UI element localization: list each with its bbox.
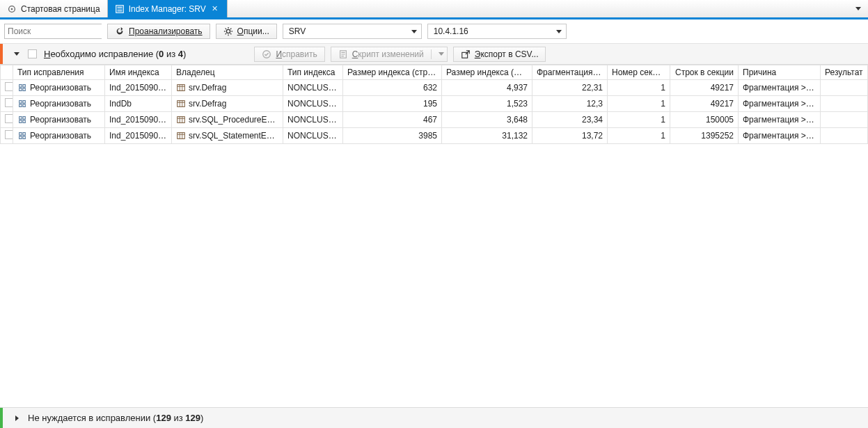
col-frag-pct[interactable]: Фрагментация (%) <box>532 65 608 80</box>
reorganize-icon <box>17 115 27 125</box>
index-manager-icon <box>115 4 125 14</box>
cell-section-no: 1 <box>608 96 670 112</box>
cell-reason: Фрагментация >= 10 <box>739 112 821 128</box>
expand-toggle[interactable] <box>13 414 21 422</box>
needs-fix-title: Необходимо исправление (0 из 4) <box>44 49 186 59</box>
cell-frag-pct: 22,31 <box>532 80 608 96</box>
panel-actions: Исправить Скрипт изменений Экспорт в CSV… <box>248 47 546 62</box>
analyze-button[interactable]: Проанализировать <box>107 24 210 39</box>
svg-rect-15 <box>177 85 185 91</box>
col-size-mb[interactable]: Размер индекса (Мб) <box>442 65 532 80</box>
grid-scroll[interactable]: Тип исправления Имя индекса Владелец Тип… <box>0 65 868 403</box>
cell-index-type: NONCLUSTERED <box>283 96 343 112</box>
server-selector[interactable]: SRV <box>283 24 422 39</box>
cell-result <box>821 80 868 96</box>
table-row[interactable]: Реорганизовать Ind_20150901_141923 srv.D… <box>1 80 868 96</box>
tab-overflow-menu[interactable] <box>849 0 868 17</box>
col-checkbox[interactable] <box>1 65 13 80</box>
search-box: ✕ <box>4 24 102 39</box>
table-icon <box>176 115 186 125</box>
refresh-icon <box>115 26 125 36</box>
chevron-down-icon <box>556 30 562 33</box>
options-button[interactable]: Опции... <box>216 24 277 39</box>
reorganize-icon <box>17 83 27 93</box>
ip-selector[interactable]: 10.4.1.16 <box>427 24 567 39</box>
row-checkbox[interactable] <box>5 98 13 107</box>
cell-size-mb: 31,132 <box>442 128 532 144</box>
tab-index-manager-label: Index Manager: SRV <box>129 4 206 14</box>
orange-gutter <box>0 44 3 64</box>
tab-start-label: Стартовая страница <box>21 4 100 14</box>
col-index-type[interactable]: Тип индекса <box>283 65 343 80</box>
tab-strip: Стартовая страница Index Manager: SRV ✕ <box>0 0 868 18</box>
server-value: SRV <box>289 26 306 36</box>
col-reason[interactable]: Причина <box>739 65 821 80</box>
svg-point-1 <box>11 8 13 10</box>
export-icon <box>461 49 471 59</box>
svg-rect-17 <box>177 117 185 123</box>
cell-frag-pct: 12,3 <box>532 96 608 112</box>
svg-line-8 <box>225 29 226 29</box>
analyze-label-u: Проанализировать <box>129 26 203 36</box>
chevron-down-icon[interactable] <box>439 52 444 56</box>
col-owner[interactable]: Владелец <box>172 65 283 80</box>
cell-result <box>821 96 868 112</box>
export-csv-button[interactable]: Экспорт в CSV... <box>453 47 546 62</box>
cell-fix-type: Реорганизовать <box>30 83 91 93</box>
col-section-no[interactable]: Номер секции <box>608 65 670 80</box>
cell-reason: Фрагментация >= 10 <box>739 96 821 112</box>
fix-button[interactable]: Исправить <box>254 47 324 62</box>
cell-fix-type: Реорганизовать <box>30 115 91 125</box>
chevron-right-icon <box>15 415 19 421</box>
col-fix-type[interactable]: Тип исправления <box>13 65 105 80</box>
tab-start-page[interactable]: Стартовая страница <box>0 0 108 17</box>
cell-size-pages: 467 <box>343 112 442 128</box>
table-row[interactable]: Реорганизовать Ind_20150901_144942 srv.S… <box>1 128 868 144</box>
svg-rect-16 <box>177 101 185 107</box>
cell-owner: srv.SQL_StatementExecStat <box>189 131 283 141</box>
tab-close-icon[interactable]: ✕ <box>210 4 220 14</box>
chevron-down-icon <box>411 30 417 33</box>
col-index-name[interactable]: Имя индекса <box>105 65 172 80</box>
fix-label-post: справить <box>282 49 317 59</box>
row-checkbox[interactable] <box>5 130 13 139</box>
chevron-down-icon <box>855 7 861 10</box>
ip-value: 10.4.1.16 <box>434 26 468 36</box>
cell-owner: srv.SQL_ProcedureExecStat <box>189 115 283 125</box>
toolbar: ✕ Проанализировать Опции... SRV 10.4.1.1… <box>0 18 868 44</box>
cell-frag-pct: 13,72 <box>532 128 608 144</box>
cell-rows-section: 49217 <box>670 80 739 96</box>
table-row[interactable]: Реорганизовать IndDb srv.Defrag NONCLUST… <box>1 96 868 112</box>
cell-fix-type: Реорганизовать <box>30 99 91 109</box>
cell-fix-type: Реорганизовать <box>30 131 91 141</box>
row-checkbox[interactable] <box>5 82 13 91</box>
svg-rect-18 <box>177 133 185 139</box>
col-result[interactable]: Результат <box>821 65 868 80</box>
col-rows-section[interactable]: Строк в секции <box>670 65 739 80</box>
script-changes-button[interactable]: Скрипт изменений <box>331 47 448 62</box>
no-fix-title: Не нуждается в исправлении (129 из 129) <box>28 413 203 423</box>
table-row[interactable]: Реорганизовать Ind_20150901_150405 srv.S… <box>1 112 868 128</box>
cell-index-name: IndDb <box>105 96 172 112</box>
cell-result <box>821 128 868 144</box>
svg-line-9 <box>230 33 231 34</box>
cell-owner: srv.Defrag <box>189 99 226 109</box>
cell-size-mb: 4,937 <box>442 80 532 96</box>
col-size-pages[interactable]: Размер индекса (страниц) <box>343 65 442 80</box>
gear-icon <box>223 26 233 36</box>
script-label-post: крипт изменений <box>358 49 423 59</box>
cell-size-mb: 3,648 <box>442 112 532 128</box>
home-icon <box>7 4 17 14</box>
cell-section-no: 1 <box>608 80 670 96</box>
tab-index-manager[interactable]: Index Manager: SRV ✕ <box>108 0 228 17</box>
cell-result <box>821 112 868 128</box>
select-all-checkbox[interactable] <box>28 49 37 58</box>
options-label-post: пции... <box>244 26 269 36</box>
cell-section-no: 1 <box>608 112 670 128</box>
cell-rows-section: 1395252 <box>670 128 739 144</box>
row-checkbox[interactable] <box>5 114 13 123</box>
collapse-toggle[interactable] <box>13 50 21 58</box>
cell-size-pages: 195 <box>343 96 442 112</box>
search-input[interactable] <box>5 24 115 38</box>
cell-index-name: Ind_20150901_144942 <box>105 128 172 144</box>
